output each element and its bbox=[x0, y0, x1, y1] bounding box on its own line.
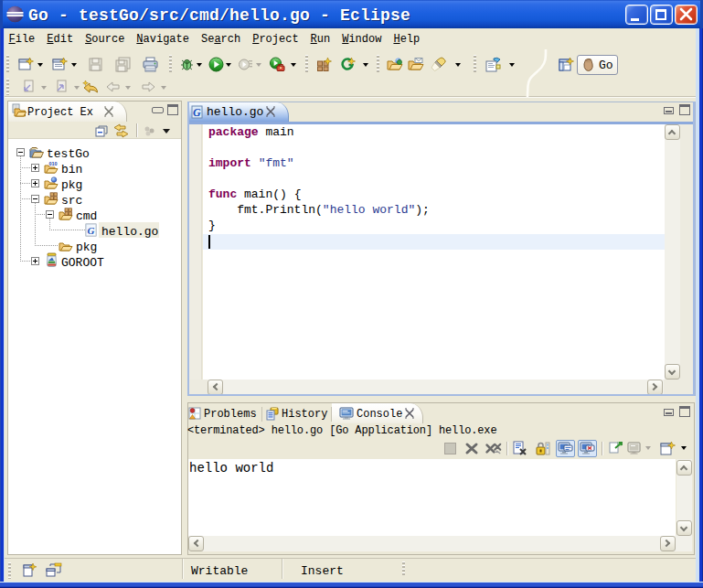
svg-text:G: G bbox=[88, 225, 95, 236]
svg-text:G: G bbox=[193, 106, 201, 119]
